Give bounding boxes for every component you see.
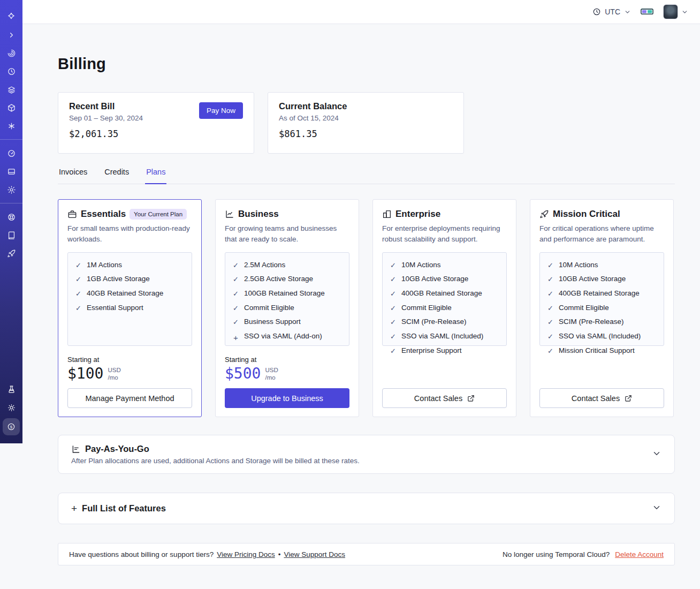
timezone-selector[interactable]: UTC bbox=[592, 7, 631, 16]
feature-item: ✓10GB Active Storage bbox=[390, 275, 499, 284]
feature-text: 1GB Active Storage bbox=[87, 275, 150, 283]
sun-icon[interactable] bbox=[4, 400, 19, 415]
asterisk-icon[interactable] bbox=[4, 118, 19, 133]
check-icon: ✓ bbox=[232, 289, 239, 299]
chevron-down-icon[interactable] bbox=[652, 503, 661, 515]
feature-text: SSO via SAML (Included) bbox=[559, 332, 641, 340]
view-pricing-docs-link[interactable]: View Pricing Docs bbox=[217, 550, 275, 558]
feature-item: ✓Essential Support bbox=[75, 304, 185, 313]
contact-sales-label: Contact Sales bbox=[414, 394, 462, 403]
feature-text: 2.5GB Active Storage bbox=[244, 275, 313, 283]
feature-item: ✓1M Actions bbox=[75, 261, 185, 270]
check-icon: ✓ bbox=[75, 261, 82, 270]
clock-arrow-icon[interactable] bbox=[4, 64, 19, 79]
price-block: Starting at $500 USD/mo bbox=[225, 356, 349, 382]
main-content: Billing Recent Bill Sep 01 – Sep 30, 202… bbox=[22, 24, 700, 589]
current-balance-amount: $861.35 bbox=[279, 129, 453, 139]
full-features-accordion[interactable]: + Full List of Features bbox=[58, 493, 675, 524]
lifebuoy-icon[interactable] bbox=[4, 209, 19, 224]
manage-payment-method-button[interactable]: Manage Payment Method bbox=[67, 388, 192, 408]
external-link-icon bbox=[467, 395, 475, 402]
plan-description: For enterprise deployments requiring rob… bbox=[382, 223, 507, 245]
contact-sales-button[interactable]: Contact Sales bbox=[539, 388, 664, 408]
feature-item: ✓100GB Retained Storage bbox=[232, 289, 342, 299]
feature-item: ✓400GB Retained Storage bbox=[547, 289, 657, 299]
feature-item: ✓400GB Retained Storage bbox=[390, 289, 499, 299]
feature-item: ✓Commit Eligible bbox=[232, 304, 342, 313]
feature-item: ✓10GB Active Storage bbox=[547, 275, 657, 284]
spiral-icon[interactable] bbox=[4, 46, 19, 61]
tab-invoices[interactable]: Invoices bbox=[58, 168, 88, 184]
pay-as-you-go-accordion[interactable]: Pay-As-You-Go After Plan allocations are… bbox=[58, 435, 675, 474]
price-currency: USD bbox=[265, 366, 278, 374]
coin-dollar-icon[interactable]: $ bbox=[3, 418, 20, 435]
check-icon: ✓ bbox=[390, 346, 397, 356]
check-icon: ✓ bbox=[75, 289, 82, 299]
check-icon: ✓ bbox=[547, 261, 554, 270]
chevron-right-icon[interactable] bbox=[4, 27, 19, 42]
upgrade-to-business-button[interactable]: Upgrade to Business bbox=[225, 388, 349, 408]
plan-description: For growing teams and businesses that ar… bbox=[225, 223, 349, 245]
tab-credits[interactable]: Credits bbox=[103, 168, 130, 184]
feature-text: SSO via SAML (Included) bbox=[401, 332, 483, 340]
plan-name: Mission Critical bbox=[553, 209, 620, 220]
plan-card-essentials: Essentials Your Current Plan For small t… bbox=[58, 199, 202, 417]
feature-list: ✓1M Actions ✓1GB Active Storage ✓40GB Re… bbox=[67, 252, 192, 346]
delete-account-link[interactable]: Delete Account bbox=[615, 550, 664, 558]
feature-item: ✓2.5M Actions bbox=[232, 261, 342, 270]
chevron-down-icon bbox=[624, 9, 631, 16]
check-icon: ✓ bbox=[547, 275, 554, 284]
paygo-description: After Plan allocations are used, additio… bbox=[71, 457, 661, 465]
current-balance-title: Current Balance bbox=[279, 101, 453, 111]
feature-item: ✓Mission Critical Support bbox=[547, 346, 657, 356]
footer-panel: Have questions about billing or support … bbox=[58, 543, 675, 565]
account-menu[interactable] bbox=[663, 4, 688, 19]
contact-sales-label: Contact Sales bbox=[572, 394, 620, 403]
pinwheel-logo-icon[interactable] bbox=[4, 9, 19, 24]
book-icon[interactable] bbox=[4, 228, 19, 243]
pay-now-button[interactable]: Pay Now bbox=[199, 102, 243, 119]
price-period: /mo bbox=[265, 374, 278, 382]
gauge-icon[interactable] bbox=[4, 146, 19, 161]
flask-icon[interactable] bbox=[4, 382, 19, 397]
plan-card-business: Business For growing teams and businesse… bbox=[215, 199, 359, 417]
check-icon: ✓ bbox=[390, 318, 397, 327]
panel-icon[interactable] bbox=[4, 164, 19, 179]
current-plan-badge: Your Current Plan bbox=[130, 209, 187, 220]
feature-item: ✓SSO via SAML (Included) bbox=[390, 332, 499, 342]
check-icon: ✓ bbox=[547, 289, 554, 299]
feature-text: 100GB Retained Storage bbox=[244, 289, 325, 297]
plan-card-enterprise: Enterprise For enterprise deployments re… bbox=[372, 199, 516, 417]
sidebar-divider bbox=[0, 139, 22, 140]
feature-text: 400GB Retained Storage bbox=[559, 289, 640, 297]
buildings-icon bbox=[382, 209, 392, 219]
price-amount: $500 bbox=[225, 365, 261, 382]
chevron-down-icon[interactable] bbox=[652, 449, 661, 460]
rocket-icon[interactable] bbox=[4, 246, 19, 261]
cube-icon[interactable] bbox=[4, 100, 19, 115]
gear-icon[interactable] bbox=[4, 182, 19, 197]
feature-text: Commit Eligible bbox=[244, 304, 294, 312]
layers-icon[interactable] bbox=[4, 82, 19, 97]
timezone-label: UTC bbox=[605, 7, 620, 16]
feature-item: ✓SSO via SAML (Included) bbox=[547, 332, 657, 342]
feature-text: 40GB Retained Storage bbox=[87, 289, 163, 297]
plan-description: For critical operations where uptime and… bbox=[539, 223, 664, 245]
check-icon: ✓ bbox=[547, 304, 554, 313]
3d-glasses-icon[interactable] bbox=[641, 7, 653, 16]
footer-right-text: No longer using Temporal Cloud? bbox=[503, 550, 610, 558]
plus-icon: + bbox=[232, 332, 239, 343]
svg-text:$: $ bbox=[10, 425, 13, 429]
feature-item: ✓1GB Active Storage bbox=[75, 275, 185, 284]
current-balance-card: Current Balance As of Oct 15, 2024 $861.… bbox=[268, 92, 464, 154]
billing-summary-row: Recent Bill Sep 01 – Sep 30, 2024 $2,061… bbox=[58, 92, 675, 154]
tab-plans[interactable]: Plans bbox=[145, 168, 166, 184]
contact-sales-button[interactable]: Contact Sales bbox=[382, 388, 507, 408]
feature-item: ✓Commit Eligible bbox=[547, 304, 657, 313]
feature-item: ✓10M Actions bbox=[547, 261, 657, 270]
check-icon: ✓ bbox=[390, 304, 397, 313]
starting-at-label: Starting at bbox=[67, 356, 192, 364]
check-icon: ✓ bbox=[547, 332, 554, 342]
view-support-docs-link[interactable]: View Support Docs bbox=[284, 550, 345, 558]
feature-list: ✓10M Actions ✓10GB Active Storage ✓400GB… bbox=[539, 252, 664, 346]
